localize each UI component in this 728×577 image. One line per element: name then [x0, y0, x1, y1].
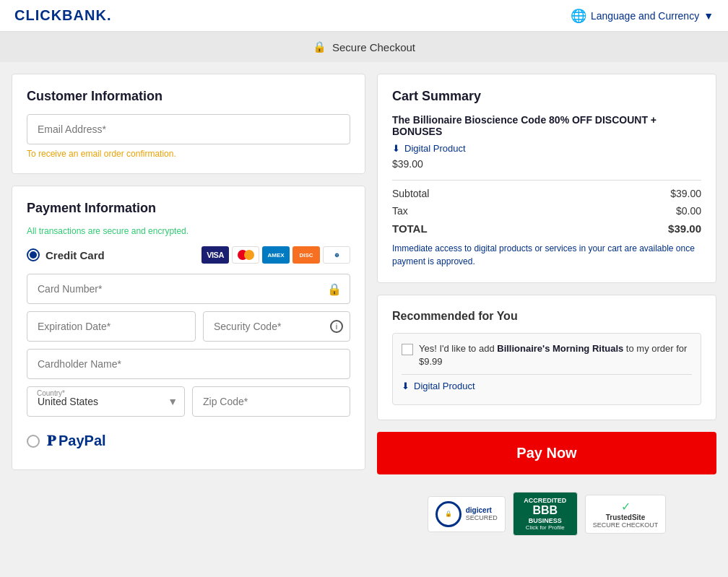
total-value: $39.00 [668, 222, 701, 235]
payment-info-title: Payment Information [27, 201, 350, 216]
security-code-wrapper: i [203, 311, 350, 342]
amex-logo: AMEX [262, 246, 290, 264]
right-panel: Cart Summary The Billionaire Bioscience … [377, 74, 716, 542]
total-label: TOTAL [392, 222, 428, 235]
payment-information-section: Payment Information All transactions are… [12, 186, 365, 470]
download-icon: ⬇ [392, 143, 400, 154]
recommend-divider [402, 374, 692, 375]
credit-card-option[interactable]: Credit Card [27, 248, 105, 261]
credit-card-method-row: Credit Card VISA AMEX DISC ⊕ [27, 246, 350, 264]
bbb-badge[interactable]: ACCREDITED BBB BUSINESS Click for Profil… [513, 492, 578, 536]
expiration-date-input[interactable] [27, 311, 196, 342]
digital-product-badge: ⬇ Digital Product [392, 143, 701, 154]
credit-card-label-text: Credit Card [46, 249, 105, 261]
diners-logo: ⊕ [323, 246, 350, 264]
secure-banner-text: Secure Checkout [332, 41, 415, 53]
customer-info-title: Customer Information [27, 89, 350, 104]
credit-card-radio[interactable] [27, 248, 40, 261]
bbb-logo: BBB [521, 504, 570, 517]
header: CLICKBANK. 🌐 Language and Currency ▼ [0, 0, 728, 32]
recommended-title: Recommended for You [392, 310, 701, 323]
subtotal-row: Subtotal $39.00 [392, 188, 701, 199]
zip-code-input[interactable] [192, 386, 350, 417]
card-number-input[interactable] [27, 274, 350, 304]
digicert-text-block: digicert SECURED [466, 506, 498, 521]
security-code-info-icon[interactable]: i [330, 320, 343, 333]
country-select-wrapper: Country* United States Canada United Kin… [27, 386, 185, 417]
digicert-badge[interactable]: 🔒 digicert SECURED [428, 496, 506, 532]
bbb-accredited: ACCREDITED [521, 497, 570, 504]
trustedsite-label: TrustedSite [593, 513, 659, 521]
digital-product-label: Digital Product [404, 143, 466, 154]
digicert-icon: 🔒 [436, 501, 462, 527]
lang-currency-label: Language and Currency [591, 10, 699, 22]
recommend-checkbox-row: Yes! I'd like to add Billionaire's Morni… [402, 342, 692, 368]
trust-badges: 🔒 digicert SECURED ACCREDITED BBB BUSINE… [377, 486, 716, 542]
tax-row: Tax $0.00 [392, 205, 701, 217]
tax-value: $0.00 [676, 205, 701, 217]
customer-information-section: Customer Information To receive an email… [12, 74, 365, 174]
recommend-item: Yes! I'd like to add Billionaire's Morni… [392, 333, 701, 405]
card-number-wrapper: 🔒 [27, 274, 350, 304]
zip-code-wrapper [192, 386, 350, 417]
mastercard-logo [232, 246, 259, 264]
card-logos: VISA AMEX DISC ⊕ [202, 246, 350, 264]
recommend-text: Yes! I'd like to add Billionaire's Morni… [419, 342, 692, 368]
digicert-sub: SECURED [466, 514, 498, 521]
recommend-text-before: Yes! I'd like to add [419, 343, 497, 354]
logo: CLICKBANK. [14, 7, 111, 24]
security-code-input[interactable] [203, 311, 350, 342]
left-panel: Customer Information To receive an email… [12, 74, 365, 542]
card-lock-icon: 🔒 [327, 282, 342, 296]
country-zip-row: Country* United States Canada United Kin… [27, 386, 350, 417]
bbb-click: Click for Profile [521, 524, 570, 531]
recommend-bold-text: Billionaire's Morning Rituals [497, 343, 623, 354]
recommend-download-icon: ⬇ [402, 381, 410, 391]
trustedsite-sub: SECURE CHECKOUT [593, 521, 659, 529]
paypal-p-icon: 𝐏 [47, 433, 56, 449]
main-layout: Customer Information To receive an email… [0, 62, 728, 553]
subtotal-label: Subtotal [392, 188, 429, 199]
cardholder-name-wrapper [27, 349, 350, 379]
globe-icon: 🌐 [571, 8, 586, 24]
trustedsite-badge[interactable]: ✓ TrustedSite SECURE CHECKOUT [585, 495, 667, 534]
paypal-text: PayPal [58, 433, 106, 449]
total-row: TOTAL $39.00 [392, 222, 701, 235]
paypal-option[interactable]: 𝐏 PayPal [27, 427, 350, 455]
cart-summary-section: Cart Summary The Billionaire Bioscience … [377, 74, 716, 283]
visa-logo: VISA [202, 246, 229, 264]
radio-inner [30, 251, 37, 259]
cardholder-name-input[interactable] [27, 349, 350, 379]
expiry-security-row: i [27, 311, 350, 342]
cart-summary-title: Cart Summary [392, 89, 701, 104]
logo-text: CLICKBANK. [14, 7, 111, 23]
product-name: The Billionaire Bioscience Code 80% OFF … [392, 114, 701, 137]
access-note: Immediate access to digital products or … [392, 242, 701, 268]
recommended-section: Recommended for You Yes! I'd like to add… [377, 295, 716, 420]
country-label: Country* [37, 389, 65, 397]
recommend-checkbox[interactable] [402, 344, 413, 355]
digicert-label: digicert [466, 506, 498, 514]
payment-subtitle: All transactions are secure and encrypte… [27, 226, 350, 236]
email-input[interactable] [27, 114, 350, 144]
secure-banner: 🔒 Secure Checkout [0, 32, 728, 62]
recommend-digital-badge: ⬇ Digital Product [402, 381, 692, 391]
product-price: $39.00 [392, 158, 701, 170]
email-hint: To receive an email order confirmation. [27, 149, 350, 159]
lock-icon: 🔒 [313, 40, 326, 53]
bbb-business: BUSINESS [521, 517, 570, 524]
tax-label: Tax [392, 205, 408, 217]
paypal-logo: 𝐏 PayPal [47, 433, 106, 449]
recommend-digital-label: Digital Product [414, 381, 475, 391]
chevron-down-icon: ▼ [703, 10, 714, 22]
subtotal-value: $39.00 [670, 188, 701, 199]
pay-now-button[interactable]: Pay Now [377, 432, 716, 474]
discover-logo: DISC [292, 246, 320, 264]
paypal-radio[interactable] [27, 435, 40, 448]
cart-divider [392, 180, 701, 181]
language-currency-button[interactable]: 🌐 Language and Currency ▼ [571, 8, 714, 24]
trustedsite-check-icon: ✓ [593, 500, 659, 513]
